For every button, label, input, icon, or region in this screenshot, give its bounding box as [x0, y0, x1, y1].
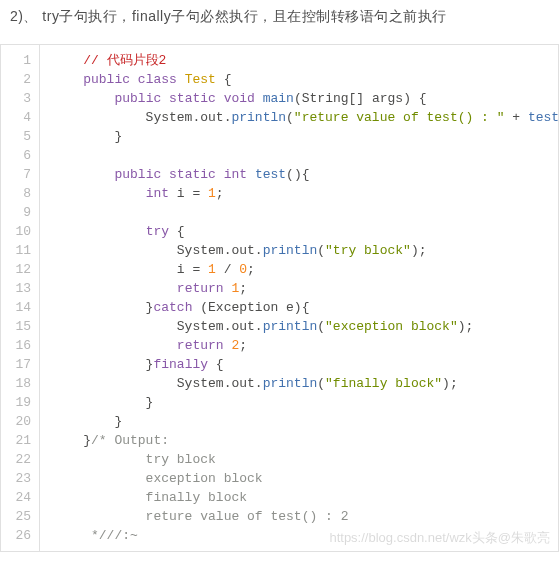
code-line	[52, 203, 558, 222]
code-line: exception block	[52, 469, 558, 488]
line-number: 26	[1, 526, 31, 545]
code-line: }	[52, 412, 558, 431]
code-line: System.out.println("try block");	[52, 241, 558, 260]
code-line: int i = 1;	[52, 184, 558, 203]
line-number: 12	[1, 260, 31, 279]
code-line: public static int test(){	[52, 165, 558, 184]
code-line: System.out.println("finally block");	[52, 374, 558, 393]
code-line: finally block	[52, 488, 558, 507]
line-number: 4	[1, 108, 31, 127]
line-number: 1	[1, 51, 31, 70]
code-line: reture value of test() : 2	[52, 507, 558, 526]
line-number: 17	[1, 355, 31, 374]
code-line: public static void main(String[] args) {	[52, 89, 558, 108]
code-line: System.out.println("exception block");	[52, 317, 558, 336]
line-number: 19	[1, 393, 31, 412]
line-number: 10	[1, 222, 31, 241]
page-heading: 2)、 try子句执行，finally子句必然执行，且在控制转移语句之前执行	[10, 0, 549, 34]
code-content: // 代码片段2 public class Test { public stat…	[40, 45, 558, 551]
line-number: 20	[1, 412, 31, 431]
code-line: return 1;	[52, 279, 558, 298]
line-number: 22	[1, 450, 31, 469]
line-number: 25	[1, 507, 31, 526]
line-number: 16	[1, 336, 31, 355]
line-number: 23	[1, 469, 31, 488]
code-line: System.out.println("reture value of test…	[52, 108, 558, 127]
code-line: }catch (Exception e){	[52, 298, 558, 317]
code-line: }	[52, 127, 558, 146]
code-line: try block	[52, 450, 558, 469]
code-line: // 代码片段2	[52, 51, 558, 70]
line-number: 7	[1, 165, 31, 184]
code-line	[52, 146, 558, 165]
code-line: }/* Output:	[52, 431, 558, 450]
line-number: 14	[1, 298, 31, 317]
code-line: try {	[52, 222, 558, 241]
code-line: }finally {	[52, 355, 558, 374]
line-number: 13	[1, 279, 31, 298]
code-line: i = 1 / 0;	[52, 260, 558, 279]
code-line: *///:~	[52, 526, 558, 545]
line-number: 18	[1, 374, 31, 393]
line-number: 6	[1, 146, 31, 165]
line-number: 3	[1, 89, 31, 108]
line-gutter: 1234567891011121314151617181920212223242…	[1, 45, 40, 551]
code-line: return 2;	[52, 336, 558, 355]
line-number: 5	[1, 127, 31, 146]
line-number: 15	[1, 317, 31, 336]
line-number: 11	[1, 241, 31, 260]
code-line: }	[52, 393, 558, 412]
line-number: 21	[1, 431, 31, 450]
code-line: public class Test {	[52, 70, 558, 89]
code-block: 1234567891011121314151617181920212223242…	[0, 44, 559, 552]
line-number: 8	[1, 184, 31, 203]
line-number: 24	[1, 488, 31, 507]
line-number: 9	[1, 203, 31, 222]
line-number: 2	[1, 70, 31, 89]
